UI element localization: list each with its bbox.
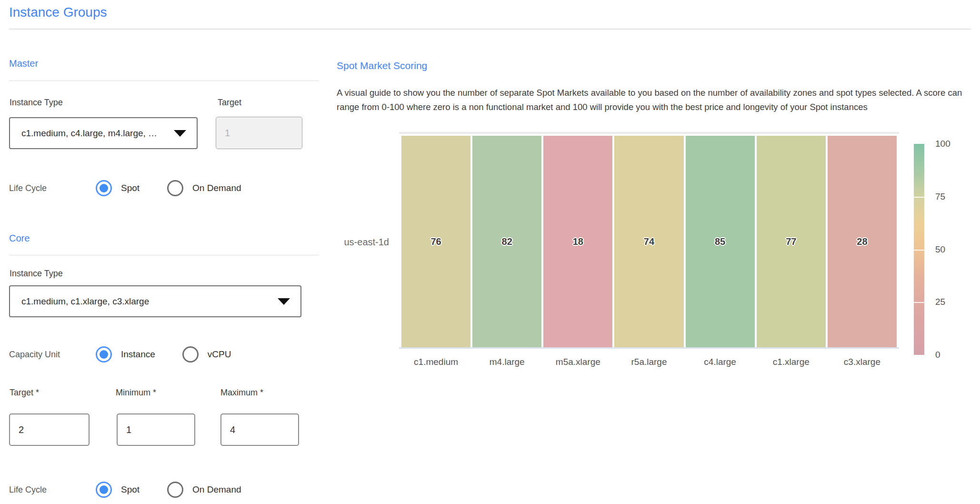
heatmap-x-label: r5a.large — [614, 357, 683, 367]
capacity-radio-instance[interactable] — [96, 346, 112, 363]
core-divider — [9, 255, 319, 255]
colorbar-tick-label: 50 — [935, 244, 945, 255]
master-lifecycle-row: Life Cycle Spot On Demand — [9, 180, 276, 196]
heatmap-cell: 74 — [614, 136, 683, 347]
core-lifecycle-radio-spot[interactable] — [96, 482, 112, 498]
heatmap-cell-value: 82 — [502, 236, 512, 247]
capacity-radio-vcpu[interactable] — [182, 346, 199, 363]
master-target-input[interactable] — [216, 117, 302, 149]
heatmap-row-label: us-east-1d — [314, 237, 389, 248]
heatmap-cell: 18 — [543, 136, 612, 347]
master-divider — [9, 81, 319, 81]
spot-market-description: A visual guide to show you the number of… — [337, 86, 973, 114]
heatmap-top-border — [399, 132, 899, 134]
core-lifecycle-label: Life Cycle — [9, 485, 96, 495]
heatmap-cell: 76 — [401, 136, 470, 347]
core-maximum-label: Maximum * — [220, 388, 263, 398]
heatmap-cell: 77 — [757, 136, 826, 347]
colorbar-tick-label: 0 — [935, 350, 940, 360]
core-lifecycle-row: Life Cycle Spot On Demand — [9, 482, 276, 498]
core-maximum-input[interactable] — [220, 413, 299, 446]
capacity-vcpu-label: vCPU — [208, 349, 231, 360]
colorbar-tick-label: 25 — [935, 297, 945, 307]
colorbar-tick — [914, 197, 924, 198]
heatmap-cell-value: 77 — [786, 236, 796, 247]
master-instance-type-select[interactable]: c1.medium, c4.large, m4.large, … — [9, 117, 198, 149]
title-divider — [9, 29, 971, 30]
heatmap-cell: 85 — [686, 136, 755, 347]
heatmap-x-label: c1.xlarge — [757, 357, 826, 367]
core-heading: Core — [9, 233, 30, 244]
core-minimum-input[interactable] — [117, 413, 195, 446]
core-lifecycle-spot-label: Spot — [121, 484, 140, 495]
core-lifecycle-on-demand-label: On Demand — [192, 484, 241, 495]
core-instance-type-value: c1.medium, c1.xlarge, c3.xlarge — [21, 296, 149, 307]
colorbar-labels: 1007550250 — [935, 144, 969, 355]
master-instance-type-label: Instance Type — [10, 98, 63, 108]
core-target-input[interactable] — [9, 413, 90, 446]
chevron-down-icon — [174, 130, 186, 137]
master-lifecycle-spot-label: Spot — [121, 183, 140, 193]
master-lifecycle-radio-on-demand[interactable] — [167, 180, 183, 196]
heatmap-cell-value: 18 — [573, 236, 583, 247]
heatmap-cell-value: 76 — [430, 236, 441, 247]
heatmap-x-labels: c1.mediumm4.largem5a.xlarger5a.largec4.l… — [401, 357, 897, 367]
heatmap-cell-value: 74 — [644, 236, 654, 247]
colorbar-tick-label: 100 — [935, 139, 950, 149]
spot-market-heading: Spot Market Scoring — [337, 60, 427, 71]
heatmap-cell-value: 85 — [715, 236, 725, 247]
instance-groups-page: Instance Groups Master Instance Type c1.… — [0, 0, 980, 504]
colorbar-tick-label: 75 — [935, 192, 945, 202]
heatmap-x-label: c4.large — [686, 357, 755, 367]
heatmap-cell: 28 — [828, 136, 897, 347]
core-minimum-label: Minimum * — [116, 388, 156, 398]
chevron-down-icon — [278, 298, 290, 305]
master-lifecycle-radio-spot[interactable] — [96, 180, 112, 196]
master-target-label: Target — [218, 98, 241, 108]
colorbar — [914, 144, 924, 355]
heatmap-cells: 76821874857728 — [401, 136, 897, 347]
core-capacity-unit-row: Capacity Unit Instance vCPU — [9, 346, 276, 363]
master-lifecycle-on-demand-label: On Demand — [192, 183, 241, 193]
heatmap-x-label: c3.xlarge — [828, 357, 897, 367]
colorbar-tick — [914, 250, 924, 251]
core-lifecycle-radio-on-demand[interactable] — [167, 482, 183, 498]
master-heading: Master — [9, 58, 38, 69]
heatmap-x-label: c1.medium — [401, 357, 470, 367]
core-target-label: Target * — [10, 388, 39, 398]
heatmap-cell: 82 — [472, 136, 541, 347]
master-instance-type-value: c1.medium, c4.large, m4.large, … — [21, 128, 157, 139]
heatmap-x-label: m5a.xlarge — [543, 357, 612, 367]
heatmap-x-label: m4.large — [472, 357, 541, 367]
capacity-instance-label: Instance — [121, 349, 155, 360]
master-lifecycle-label: Life Cycle — [9, 183, 96, 193]
heatmap-cell-value: 28 — [857, 236, 867, 247]
core-instance-type-select[interactable]: c1.medium, c1.xlarge, c3.xlarge — [9, 285, 301, 317]
colorbar-tick — [914, 302, 924, 303]
capacity-unit-label: Capacity Unit — [9, 350, 96, 360]
page-title: Instance Groups — [9, 5, 107, 20]
core-instance-type-label: Instance Type — [10, 269, 63, 279]
heatmap-bottom-border — [399, 347, 899, 349]
